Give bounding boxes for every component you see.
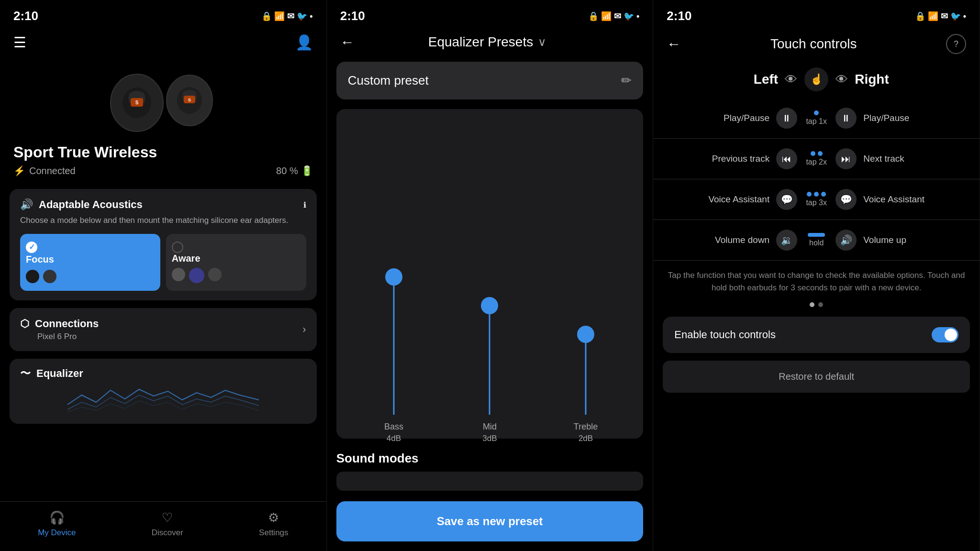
- eq-bass-label: Bass 4dB: [375, 422, 413, 443]
- mid-value: 3dB: [470, 434, 509, 443]
- status-bar-1: 2:10 🔒 📶 ✉ 🐦 •: [0, 0, 326, 27]
- top-nav-1: ☰ 👤: [0, 27, 326, 57]
- panel-my-device: 2:10 🔒 📶 ✉ 🐦 • ☰ 👤 S S Sport True Wirele…: [0, 0, 327, 551]
- sound-modes-title: Sound modes: [336, 451, 644, 466]
- hold-bar: [808, 233, 825, 237]
- info-icon[interactable]: ℹ: [303, 200, 306, 209]
- focus-check: ✓: [26, 242, 37, 253]
- right-label: Right: [855, 72, 889, 87]
- nav-settings-label: Settings: [259, 528, 288, 538]
- eq-treble-dot[interactable]: [577, 326, 594, 343]
- right-voice-label: Voice Assistant: [863, 194, 924, 205]
- page-dot-2: [818, 302, 823, 307]
- equalizer-title: 〜 Equalizer: [20, 366, 306, 381]
- bluetooth-icon: ⚡: [13, 165, 25, 176]
- restore-default-button[interactable]: Restore to default: [663, 361, 970, 393]
- tap-3x-dots: [807, 192, 826, 197]
- nav-settings[interactable]: ⚙ Settings: [259, 510, 288, 538]
- enable-touch-label: Enable touch controls: [674, 329, 776, 341]
- help-button[interactable]: ?: [946, 34, 966, 54]
- menu-icon[interactable]: ☰: [13, 34, 26, 51]
- earbuds-svg: S S: [101, 67, 225, 134]
- eq-wave-svg: [20, 386, 306, 414]
- connections-card[interactable]: ⬡ Connections Pixel 6 Pro ›: [10, 308, 317, 351]
- status-time-1: 2:10: [13, 9, 38, 23]
- connections-info: ⬡ Connections Pixel 6 Pro: [20, 318, 99, 342]
- eq-mid-dot[interactable]: [481, 297, 498, 314]
- touch-controls-title: Touch controls: [770, 36, 857, 52]
- equalizer-card[interactable]: 〜 Equalizer: [10, 359, 317, 424]
- touch-hint-text: Tap the function that you want to change…: [653, 261, 980, 302]
- status-icons-1: 🔒 📶 ✉ 🐦 •: [261, 11, 312, 22]
- connected-label: Connected: [29, 165, 76, 176]
- left-vol-down-icon[interactable]: 🔉: [776, 230, 797, 251]
- connections-icon: ⬡: [20, 318, 29, 330]
- aware-mode-button[interactable]: Aware: [166, 234, 306, 291]
- headphones-icon: 🎧: [49, 510, 65, 525]
- device-name: Sport True Wireless: [0, 139, 326, 163]
- nav-my-device[interactable]: 🎧 My Device: [38, 510, 76, 538]
- eq-treble-label: Treble 2dB: [567, 422, 605, 443]
- presets-chevron[interactable]: ∨: [538, 35, 546, 49]
- left-play-pause-label: Play/Pause: [724, 113, 769, 123]
- eq-bass-line: [393, 281, 394, 415]
- toggle-knob: [945, 329, 957, 341]
- right-play-pause-icon[interactable]: ⏸: [835, 108, 857, 129]
- status-bar-3: 2:10 🔒 📶 ✉ 🐦 •: [653, 0, 980, 27]
- sound-mode-bar[interactable]: [336, 472, 644, 491]
- bass-value: 4dB: [375, 434, 413, 443]
- adaptable-header: 🔊 Adaptable Acoustics ℹ: [20, 198, 306, 211]
- left-prev-track-icon[interactable]: ⏮: [776, 148, 797, 169]
- lr-header: Left 👁 ☝ 👁 Right: [653, 61, 980, 98]
- tc-center-volume: hold: [797, 233, 835, 247]
- right-next-track-icon[interactable]: ⏭: [835, 148, 857, 169]
- back-icon-3[interactable]: ←: [667, 36, 681, 52]
- tc-left-play-pause: Play/Pause ⏸: [667, 108, 797, 129]
- right-vol-up-icon[interactable]: 🔊: [835, 230, 857, 251]
- right-voice-icon[interactable]: 💬: [835, 189, 857, 210]
- preset-header: Custom preset ✏: [336, 62, 644, 99]
- tc-center-play-pause: tap 1x: [797, 110, 835, 126]
- profile-icon[interactable]: 👤: [295, 34, 313, 51]
- battery-status: 80 % 🔋: [276, 165, 313, 176]
- mode-buttons: ✓ Focus Aware: [20, 234, 306, 291]
- tap-dot-2: [814, 192, 819, 197]
- nav-my-device-label: My Device: [38, 528, 76, 538]
- save-preset-button[interactable]: Save as new preset: [336, 501, 644, 541]
- panel-equalizer: 2:10 🔒 📶 ✉ 🐦 • ← Equalizer Presets ∨ Cus…: [327, 0, 654, 551]
- eq-bass-dot[interactable]: [385, 268, 402, 286]
- tap-gesture-icon: ☝: [804, 67, 828, 91]
- tc-center-track: tap 2x: [797, 151, 835, 166]
- earbuds-image: S S: [0, 57, 326, 139]
- edit-preset-icon[interactable]: ✏: [621, 73, 632, 88]
- device-status: ⚡ Connected 80 % 🔋: [0, 163, 326, 185]
- settings-icon: ⚙: [268, 510, 279, 525]
- panel-touch-controls: 2:10 🔒 📶 ✉ 🐦 • ← Touch controls ? Left 👁…: [653, 0, 980, 551]
- top-nav-2: ← Equalizer Presets ∨: [327, 27, 653, 57]
- enable-touch-card: Enable touch controls: [663, 317, 970, 353]
- enable-touch-toggle[interactable]: [932, 327, 958, 342]
- nav-discover[interactable]: ♡ Discover: [152, 510, 183, 538]
- adaptable-subtitle: Choose a mode below and then mount the m…: [20, 215, 306, 226]
- status-icons-2: 🔒 📶 ✉ 🐦 •: [588, 11, 639, 22]
- status-time-3: 2:10: [667, 9, 691, 23]
- right-ear-icon: 👁: [835, 72, 848, 87]
- right-play-pause-label: Play/Pause: [863, 113, 909, 123]
- help-icon: ?: [954, 39, 958, 49]
- left-play-pause-icon[interactable]: ⏸: [776, 108, 797, 129]
- status-time-2: 2:10: [340, 9, 365, 23]
- tc-row-track: Previous track ⏮ tap 2x ⏭ Next track: [653, 139, 980, 179]
- page-dot-1: [810, 302, 814, 307]
- hold-label: hold: [809, 239, 824, 247]
- tc-right-next-track: ⏭ Next track: [835, 148, 966, 169]
- focus-mode-button[interactable]: ✓ Focus: [20, 234, 160, 291]
- left-voice-label: Voice Assistant: [708, 194, 769, 205]
- lr-center: ☝: [797, 67, 835, 91]
- connections-device: Pixel 6 Pro: [20, 332, 99, 342]
- adaptable-title: 🔊 Adaptable Acoustics: [20, 198, 143, 211]
- connections-row: ⬡ Connections Pixel 6 Pro ›: [20, 318, 306, 342]
- left-label: Left: [754, 72, 778, 87]
- left-voice-icon[interactable]: 💬: [776, 189, 797, 210]
- back-icon-2[interactable]: ←: [340, 34, 355, 50]
- bass-name: Bass: [375, 422, 413, 432]
